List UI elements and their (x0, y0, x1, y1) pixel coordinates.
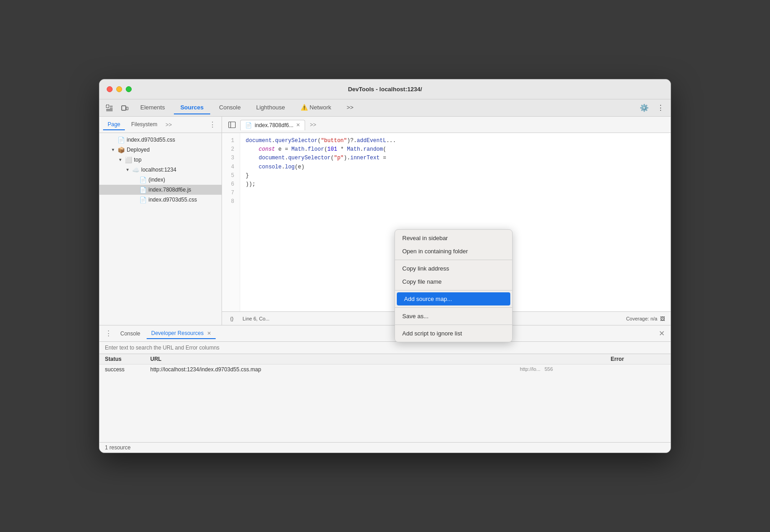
close-button[interactable] (107, 86, 113, 92)
deployed-icon: 📦 (118, 146, 125, 153)
bottom-panel: ⋮ Console Developer Resources ✕ ✕ Status… (99, 325, 671, 453)
minimize-button[interactable] (116, 86, 122, 92)
context-menu-divider-2 (395, 290, 512, 291)
toggle-sidebar-button[interactable] (226, 118, 238, 131)
context-menu-open-folder[interactable]: Open in containing folder (395, 245, 512, 258)
context-menu-copy-name[interactable]: Copy file name (395, 275, 512, 288)
row-url: http://localhost:1234/index.d9703d55.css… (150, 366, 520, 373)
tab-bar-right: ⚙️ ⋮ (638, 102, 667, 114)
top-frame-icon: ⬜ (125, 156, 132, 163)
settings-icon[interactable]: ⚙️ (638, 102, 651, 114)
col-url: URL (150, 356, 520, 362)
svg-rect-0 (106, 105, 109, 108)
tab-more[interactable]: >> (341, 101, 360, 114)
top-section: Page Filesystem >> ⋮ 📄 (99, 117, 671, 325)
tree-item-css1[interactable]: 📄 index.d9703d55.css (99, 135, 222, 145)
sidebar-more-tabs[interactable]: >> (165, 122, 172, 128)
context-menu-divider-3 (395, 307, 512, 308)
css-file-icon: 📄 (118, 136, 125, 143)
tab-elements[interactable]: Elements (134, 101, 171, 114)
context-menu-save-as[interactable]: Save as... (395, 310, 512, 323)
line-numbers: 1 2 3 4 5 6 7 8 (222, 133, 240, 311)
svg-rect-6 (126, 107, 128, 110)
coverage-display: Coverage: n/a 🖼 (626, 316, 665, 321)
main-tab-bar: Elements Sources Console Lighthouse ⚠️ N… (99, 99, 671, 117)
sidebar-tabs: Page Filesystem >> ⋮ (99, 117, 222, 133)
file-icon-small: 📄 (245, 122, 252, 128)
tab-console[interactable]: Console (213, 101, 247, 114)
sidebar-tab-filesystem[interactable]: Filesystem (127, 119, 162, 130)
bottom-tab-console[interactable]: Console (116, 329, 145, 339)
context-menu-add-ignore[interactable]: Add script to ignore list (395, 327, 512, 340)
device-toolbar-icon[interactable] (118, 102, 131, 114)
tab-sources[interactable]: Sources (174, 101, 210, 114)
title-bar: DevTools - localhost:1234/ (99, 79, 671, 99)
close-dev-resources-tab[interactable]: ✕ (207, 330, 211, 336)
css2-file-icon: 📄 (139, 196, 147, 203)
cloud-icon: ☁️ (132, 166, 139, 173)
bottom-tab-dev-resources[interactable]: Developer Resources ✕ (147, 328, 216, 339)
line-col-indicator[interactable]: Line 6, Co... (240, 315, 272, 322)
search-input[interactable] (99, 342, 671, 354)
page-file-icon: 📄 (139, 176, 147, 183)
pretty-print-button[interactable]: {} (227, 315, 236, 322)
coverage-icon: 🖼 (660, 316, 665, 321)
js-file-icon: 📄 (139, 186, 147, 193)
context-menu-copy-link[interactable]: Copy link address (395, 262, 512, 275)
tree-item-localhost[interactable]: ▼ ☁️ localhost:1234 (99, 165, 222, 175)
bottom-tab-bar: ⋮ Console Developer Resources ✕ ✕ (99, 325, 671, 342)
close-bottom-panel-button[interactable]: ✕ (656, 328, 667, 339)
sidebar-tab-page[interactable]: Page (103, 119, 125, 130)
more-options-icon[interactable]: ⋮ (654, 102, 667, 114)
tree-item-css2[interactable]: 📄 index.d9703d55.css (99, 195, 222, 205)
context-menu: Reveal in sidebar Open in containing fol… (395, 229, 513, 342)
close-tab-button[interactable]: ✕ (296, 122, 300, 128)
main-content: Page Filesystem >> ⋮ 📄 (99, 117, 671, 453)
svg-rect-5 (122, 106, 126, 110)
context-menu-reveal[interactable]: Reveal in sidebar (395, 232, 512, 245)
tree-item-deployed[interactable]: ▼ 📦 Deployed (99, 145, 222, 155)
traffic-lights (107, 86, 132, 92)
context-menu-divider-1 (395, 260, 512, 260)
code-tab-bar: 📄 index.7808df6... ✕ >> (222, 117, 671, 133)
table-header: Status URL Error (99, 354, 671, 365)
tree-item-jsfile[interactable]: 📄 index.7808df6e.js (99, 185, 222, 195)
tab-lighthouse[interactable]: Lighthouse (250, 101, 291, 114)
tree-item-index[interactable]: 📄 (index) (99, 175, 222, 185)
tab-bar-left: Elements Sources Console Lighthouse ⚠️ N… (103, 101, 360, 114)
code-file-tab-js[interactable]: 📄 index.7808df6... ✕ (240, 120, 305, 130)
col-empty (520, 356, 611, 362)
row-error (611, 366, 665, 373)
sidebar: Page Filesystem >> ⋮ 📄 (99, 117, 222, 325)
svg-rect-7 (229, 122, 236, 128)
tab-network[interactable]: ⚠️ Network (294, 101, 338, 114)
sidebar-menu-button[interactable]: ⋮ (207, 119, 218, 130)
context-menu-add-source-map[interactable]: Add source map... (397, 292, 510, 305)
tree-item-top[interactable]: ▼ ⬜ top (99, 155, 222, 165)
row-url2: http://lo... 556 (520, 366, 611, 373)
code-tab-more-button[interactable]: >> (307, 122, 319, 128)
window-title: DevTools - localhost:1234/ (348, 86, 422, 93)
context-menu-divider-4 (395, 325, 512, 325)
bottom-search-area (99, 342, 671, 354)
maximize-button[interactable] (126, 86, 132, 92)
col-error: Error (611, 356, 665, 362)
row-status: success (105, 366, 150, 373)
inspect-icon[interactable] (103, 102, 116, 114)
network-warning-icon: ⚠️ (301, 104, 308, 111)
bottom-menu-button[interactable]: ⋮ (103, 328, 114, 339)
col-status: Status (105, 356, 150, 362)
table-row[interactable]: success http://localhost:1234/index.d970… (99, 365, 671, 374)
sidebar-tree: 📄 index.d9703d55.css ▼ 📦 Deployed (99, 133, 222, 325)
bottom-footer: 1 resource (99, 442, 671, 453)
